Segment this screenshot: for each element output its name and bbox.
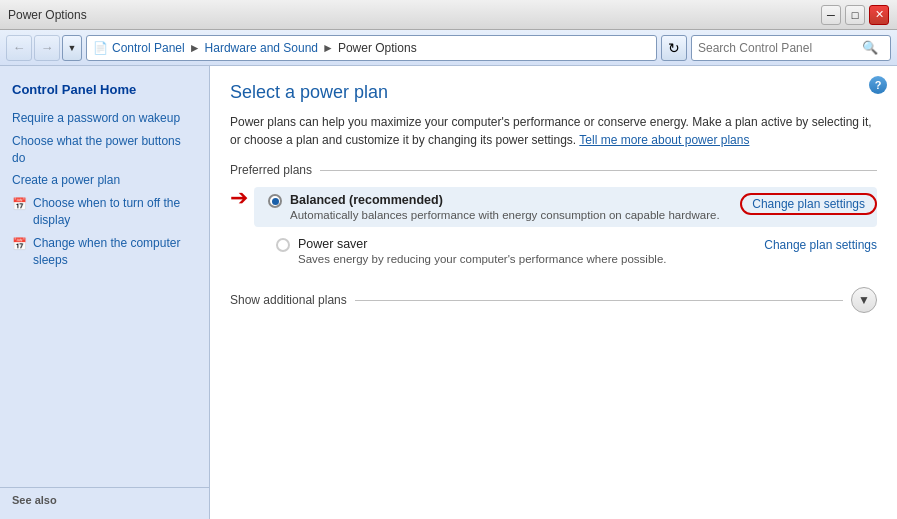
breadcrumb: 📄 Control Panel ► Hardware and Sound ► P… <box>86 35 657 61</box>
help-button[interactable]: ? <box>869 76 887 94</box>
additional-plans-label: Show additional plans <box>230 293 347 307</box>
sidebar-label-create-plan: Create a power plan <box>12 172 120 189</box>
sidebar-see-also-label: See also <box>0 487 209 509</box>
close-button[interactable]: ✕ <box>869 5 889 25</box>
page-description: Power plans can help you maximize your c… <box>230 113 877 149</box>
navigation-bar: ← → ▼ 📄 Control Panel ► Hardware and Sou… <box>0 30 897 66</box>
sidebar-label-power-buttons: Choose what the power buttons do <box>12 133 197 167</box>
power-saver-plan-info: Power saver Saves energy by reducing you… <box>298 237 764 265</box>
additional-plans-expand-button[interactable]: ▼ <box>851 287 877 313</box>
sidebar-item-create-plan[interactable]: Create a power plan <box>0 169 209 192</box>
title-bar-left: Power Options <box>8 8 87 22</box>
page-title: Select a power plan <box>230 82 877 103</box>
title-bar: Power Options ─ □ ✕ <box>0 0 897 30</box>
change-sleep-icon: 📅 <box>12 236 27 253</box>
forward-button[interactable]: → <box>34 35 60 61</box>
breadcrumb-sep-1: ► <box>189 41 201 55</box>
breadcrumb-control-panel[interactable]: Control Panel <box>112 41 185 55</box>
back-button[interactable]: ← <box>6 35 32 61</box>
sidebar-item-change-sleep[interactable]: 📅 Change when the computer sleeps <box>0 232 209 272</box>
tell-me-more-link[interactable]: Tell me more about power plans <box>579 133 749 147</box>
balanced-change-settings-link[interactable]: Change plan settings <box>740 193 877 215</box>
radio-power-saver[interactable] <box>276 238 290 252</box>
sidebar-item-power-buttons[interactable]: Choose what the power buttons do <box>0 130 209 170</box>
red-arrow-icon: ➔ <box>230 185 248 211</box>
window-title: Power Options <box>8 8 87 22</box>
breadcrumb-hardware[interactable]: Hardware and Sound <box>205 41 318 55</box>
breadcrumb-sep-2: ► <box>322 41 334 55</box>
sidebar-label-require-password: Require a password on wakeup <box>12 110 180 127</box>
sidebar-home-link[interactable]: Control Panel Home <box>0 76 209 107</box>
search-bar: 🔍 <box>691 35 891 61</box>
additional-plans-section: Show additional plans ▼ <box>230 287 877 313</box>
radio-balanced-dot <box>272 198 279 205</box>
minimize-button[interactable]: ─ <box>821 5 841 25</box>
main-layout: Control Panel Home Require a password on… <box>0 66 897 519</box>
power-saver-plan-name: Power saver <box>298 237 764 251</box>
breadcrumb-icon: 📄 <box>93 41 108 55</box>
sidebar-item-require-password[interactable]: Require a password on wakeup <box>0 107 209 130</box>
sidebar-label-turn-off-display: Choose when to turn off the display <box>33 195 197 229</box>
preferred-plans-header: Preferred plans <box>230 163 877 177</box>
section-divider <box>320 170 877 171</box>
balanced-plan-desc: Automatically balances performance with … <box>290 209 740 221</box>
refresh-button[interactable]: ↻ <box>661 35 687 61</box>
recent-pages-button[interactable]: ▼ <box>62 35 82 61</box>
plan-item-balanced[interactable]: Balanced (recommended) Automatically bal… <box>254 187 877 227</box>
breadcrumb-current: Power Options <box>338 41 417 55</box>
preferred-plans-label: Preferred plans <box>230 163 312 177</box>
radio-balanced[interactable] <box>268 194 282 208</box>
sidebar: Control Panel Home Require a password on… <box>0 66 210 519</box>
sidebar-label-change-sleep: Change when the computer sleeps <box>33 235 197 269</box>
maximize-button[interactable]: □ <box>845 5 865 25</box>
balanced-plan-name: Balanced (recommended) <box>290 193 740 207</box>
search-icon: 🔍 <box>862 40 878 55</box>
turn-off-display-icon: 📅 <box>12 196 27 213</box>
search-input[interactable] <box>698 41 858 55</box>
balanced-plan-info: Balanced (recommended) Automatically bal… <box>290 193 740 221</box>
sidebar-spacer <box>0 271 209 487</box>
sidebar-item-turn-off-display[interactable]: 📅 Choose when to turn off the display <box>0 192 209 232</box>
plan-item-power-saver[interactable]: Power saver Saves energy by reducing you… <box>262 231 877 271</box>
power-saver-plan-desc: Saves energy by reducing your computer's… <box>298 253 764 265</box>
title-bar-controls: ─ □ ✕ <box>821 5 889 25</box>
additional-plans-divider <box>355 300 843 301</box>
power-saver-change-settings-link[interactable]: Change plan settings <box>764 238 877 252</box>
content-area: ? Select a power plan Power plans can he… <box>210 66 897 519</box>
nav-arrows: ← → ▼ <box>6 35 82 61</box>
